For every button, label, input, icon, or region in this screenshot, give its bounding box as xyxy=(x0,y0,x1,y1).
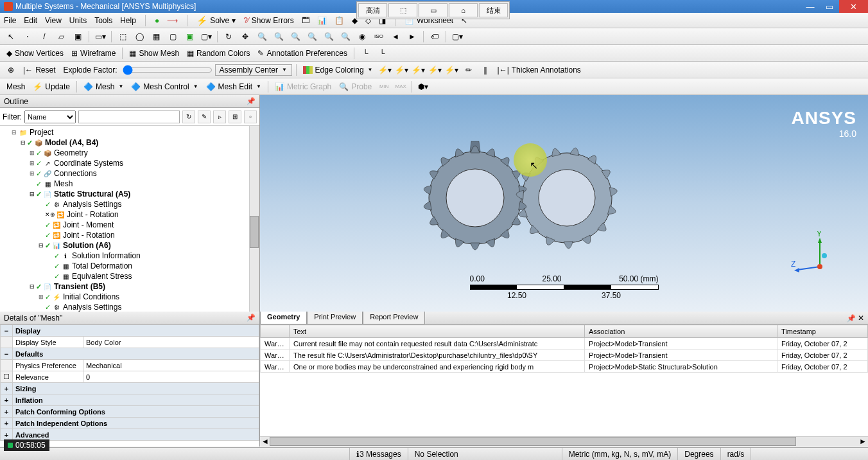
tab-geometry[interactable]: Geometry xyxy=(260,312,307,324)
details-pin-icon[interactable]: 📌 xyxy=(247,314,256,322)
row-physics-pref[interactable]: Physics Preference xyxy=(13,360,83,371)
coord-toggle-2-icon[interactable]: └ xyxy=(375,46,389,60)
filter-opt-icon[interactable]: ▫ xyxy=(244,111,257,123)
mesh-control-dropdown[interactable]: 🔷 Mesh Control ▼ xyxy=(128,82,200,91)
group-advanced[interactable]: Advanced xyxy=(13,429,259,441)
explode-slider[interactable] xyxy=(123,65,213,75)
box-select-icon[interactable]: ⬚ xyxy=(116,30,130,44)
cube1-icon[interactable]: ▢ xyxy=(166,30,180,44)
col-timestamp[interactable]: Timestamp xyxy=(777,325,868,338)
filter-refresh-icon[interactable]: ↻ xyxy=(182,111,195,123)
rotate-icon[interactable]: ↻ xyxy=(221,30,236,44)
tree-joint-rotation-1[interactable]: ✕⊕🔁Joint - Rotation xyxy=(1,209,258,220)
messages-table[interactable]: Text Association Timestamp WarninCurrent… xyxy=(260,324,868,373)
select-edge-icon[interactable]: / xyxy=(37,30,51,44)
select-mode-icon[interactable]: ▭▾ xyxy=(93,30,107,44)
float-btn-window[interactable]: ▭ xyxy=(419,3,447,17)
annotation-prefs-button[interactable]: ✎ Annotation Preferences xyxy=(255,49,349,58)
select-arrow-icon[interactable]: ↖ xyxy=(4,30,18,44)
tb-icon-2[interactable]: 📊 xyxy=(317,16,327,25)
tree-analysis-settings-2[interactable]: ✓⚙Analysis Settings xyxy=(1,302,258,312)
metric-graph-button[interactable]: 📊Metric Graph xyxy=(272,82,334,91)
edge-bar-icon[interactable]: ‖ xyxy=(478,63,492,77)
coord-toggle-1-icon[interactable]: └ xyxy=(358,46,372,60)
filter-expand-icon[interactable]: ▹ xyxy=(213,111,226,123)
max-label-icon[interactable]: MAX xyxy=(394,80,408,94)
close-button[interactable]: ✕ xyxy=(839,0,868,13)
col-assoc[interactable]: Association xyxy=(585,325,777,338)
edge-coloring-button[interactable]: Edge Coloring ▼ xyxy=(300,66,376,75)
tab-report-preview[interactable]: Report Preview xyxy=(363,312,425,324)
row-display-style[interactable]: Display Style xyxy=(13,337,83,348)
tree-joint-rotation-2[interactable]: ✓🔁Joint - Rotation xyxy=(1,230,258,240)
assembly-center-dropdown[interactable]: Assembly Center ▼ xyxy=(215,64,292,76)
tree-initial-cond[interactable]: ⊞✓⚡Initial Conditions xyxy=(1,292,258,302)
float-btn-end[interactable]: 结束 xyxy=(479,3,508,17)
menu-edit[interactable]: Edit xyxy=(24,16,37,25)
tree-mesh[interactable]: ✓▦Mesh xyxy=(1,179,258,189)
filter-clear-icon[interactable]: ✎ xyxy=(198,111,211,123)
tree-total-def[interactable]: ✓▦Total Deformation xyxy=(1,261,258,271)
menu-tools[interactable]: Tools xyxy=(94,16,112,25)
select-vertex-icon[interactable]: ⋅ xyxy=(21,30,35,44)
pin-icon[interactable]: 📌 xyxy=(247,97,256,105)
color-swatch-icon[interactable]: ▢▾ xyxy=(450,30,464,44)
edge-k2-icon[interactable]: ⚡▾ xyxy=(412,63,426,77)
col-text[interactable]: Text xyxy=(290,325,585,338)
float-btn-home[interactable]: ⌂ xyxy=(449,3,478,17)
row-display-style-val[interactable]: Body Color xyxy=(83,337,259,348)
thicken-annotations-button[interactable]: |←| Thicken Annotations xyxy=(495,66,584,75)
zoom-sel-icon[interactable]: 🔍 xyxy=(338,30,352,44)
reset-explode-button[interactable]: |← Reset xyxy=(21,66,58,75)
group-patch-conf[interactable]: Patch Conforming Options xyxy=(13,406,259,418)
filter-type-select[interactable]: Name xyxy=(24,111,76,123)
edge-k0-icon[interactable]: ⚡▾ xyxy=(378,63,392,77)
edge-k4-icon[interactable]: ⚡▾ xyxy=(445,63,459,77)
action-button-2[interactable]: ⟶ xyxy=(167,16,178,25)
min-label-icon[interactable]: MIN xyxy=(377,80,391,94)
probe-button[interactable]: 🔍Probe xyxy=(336,82,374,91)
show-vertices-button[interactable]: ◆ Show Vertices xyxy=(4,49,66,58)
pan-icon[interactable]: ✥ xyxy=(238,30,252,44)
show-errors-button[interactable]: ?⁄Show Errors xyxy=(243,16,294,25)
exp-defaults[interactable]: − xyxy=(1,348,13,360)
iso-icon[interactable]: ISO xyxy=(372,30,386,44)
tree-solution-info[interactable]: ✓ℹSolution Information xyxy=(1,251,258,261)
group-defaults[interactable]: Defaults xyxy=(13,348,259,360)
update-button[interactable]: ⚡Update xyxy=(30,82,73,91)
wireframe-button[interactable]: ⊞ Wireframe xyxy=(69,49,118,58)
tab-print-preview[interactable]: Print Preview xyxy=(307,312,363,324)
minimize-button[interactable]: — xyxy=(801,0,820,13)
row-physics-pref-val[interactable]: Mechanical xyxy=(83,360,259,371)
tree-connections[interactable]: ⊞✓🔗Connections xyxy=(1,168,258,179)
zoom-box-icon[interactable]: 🔍 xyxy=(272,30,286,44)
tree-geometry[interactable]: ⊞✓📦Geometry xyxy=(1,148,258,158)
cube2-icon[interactable]: ▣ xyxy=(182,30,196,44)
edge-k1-icon[interactable]: ⚡▾ xyxy=(395,63,409,77)
tag-icon[interactable]: 🏷 xyxy=(428,30,442,44)
exp-patch-ind[interactable]: + xyxy=(1,418,13,429)
col-type[interactable] xyxy=(261,325,290,338)
tree-coord[interactable]: ⊞✓↗Coordinate Systems xyxy=(1,158,258,168)
exp-advanced[interactable]: + xyxy=(1,429,13,441)
menu-help[interactable]: Help xyxy=(120,16,136,25)
zoom-fit-icon[interactable]: 🔍 xyxy=(288,30,302,44)
zoom-icon[interactable]: 🔍 xyxy=(255,30,269,44)
tree-analysis-settings[interactable]: ✓⚙Analysis Settings xyxy=(1,199,258,209)
display-option-icon[interactable]: ⬢▾ xyxy=(416,80,430,94)
explode-icon[interactable]: ⊕ xyxy=(4,63,18,77)
messages-close-icon[interactable]: ✕ xyxy=(858,314,864,323)
filter-input[interactable] xyxy=(78,111,180,123)
status-messages[interactable]: ℹ 3 Messages xyxy=(350,448,408,460)
solve-button[interactable]: ⚡Solve ▾ xyxy=(196,15,236,26)
look-at-icon[interactable]: ◉ xyxy=(355,30,369,44)
group-patch-ind[interactable]: Patch Independent Options xyxy=(13,418,259,429)
exp-patch-conf[interactable]: + xyxy=(1,406,13,418)
zoom-out-icon[interactable]: 🔍 xyxy=(322,30,336,44)
view-prev-icon[interactable]: ◄ xyxy=(388,30,403,44)
message-row[interactable]: WarninThe result file C:\Users\Administr… xyxy=(261,349,868,361)
menu-view[interactable]: View xyxy=(45,16,62,25)
tree-model[interactable]: ⊟✓📦Model (A4, B4) xyxy=(1,137,258,148)
tree-equiv-stress[interactable]: ✓▦Equivalent Stress xyxy=(1,271,258,281)
lasso-icon[interactable]: ◯ xyxy=(132,30,146,44)
